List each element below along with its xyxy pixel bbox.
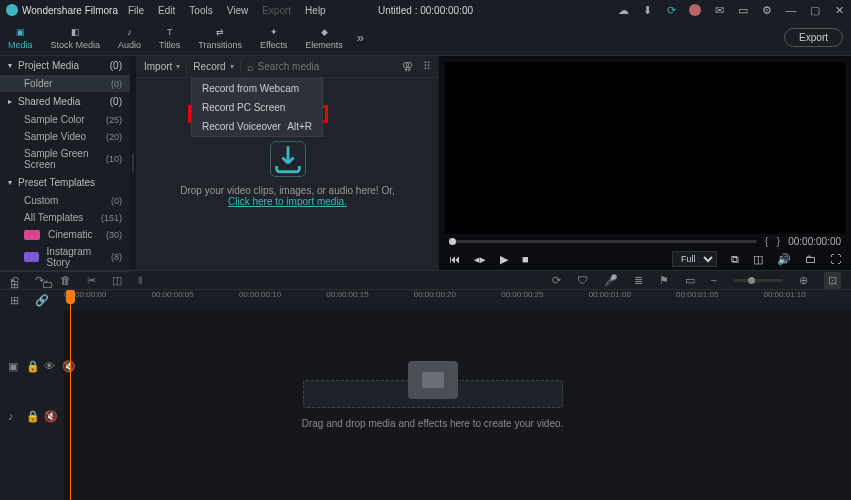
menu-edit[interactable]: Edit: [158, 5, 175, 16]
menu-file[interactable]: File: [128, 5, 144, 16]
media-icon: ▣: [12, 25, 28, 39]
filter-icon[interactable]: ⚢: [402, 60, 413, 73]
sidebar-item-cinematic[interactable]: Cinematic(30): [0, 226, 130, 243]
keyframe-icon[interactable]: ▭: [685, 274, 695, 287]
delete-icon[interactable]: 🗑: [60, 274, 71, 286]
sidebar-item-all-templates[interactable]: All Templates(151): [0, 209, 130, 226]
search-input[interactable]: [258, 61, 396, 72]
sidebar-project-media[interactable]: ▾Project Media(0): [0, 56, 130, 75]
zoom-in-icon[interactable]: ⊕: [799, 274, 808, 287]
ratio-icon[interactable]: ◫: [753, 253, 763, 266]
split-icon[interactable]: ✂: [87, 274, 96, 287]
redo-icon[interactable]: ↷: [35, 274, 44, 287]
tab-titles[interactable]: TTitles: [159, 25, 180, 50]
tab-effects[interactable]: ✦Effects: [260, 25, 287, 50]
link-icon[interactable]: 🔗: [35, 294, 49, 307]
menu-help[interactable]: Help: [305, 5, 326, 16]
audio-icon: ♪: [122, 25, 138, 39]
sidebar-shared-media[interactable]: ▸Shared Media(0): [0, 92, 130, 111]
tab-elements[interactable]: ◆Elements: [305, 25, 343, 50]
audio-track-icon[interactable]: ♪: [8, 410, 18, 420]
timeline-hint: Drag and drop media and effects here to …: [184, 418, 681, 429]
sidebar-project-count: (0): [110, 60, 122, 71]
sidebar-instagram-label: Instagram Story: [47, 246, 111, 268]
menu-view[interactable]: View: [227, 5, 249, 16]
stop-icon[interactable]: ■: [522, 253, 529, 265]
sidebar-item-instagram[interactable]: Instagram Story(8): [0, 243, 130, 271]
import-icon[interactable]: [270, 141, 306, 177]
zoom-fit-icon[interactable]: ⊡: [824, 272, 841, 289]
sidebar-item-sample-color[interactable]: Sample Color(25): [0, 111, 130, 128]
maximize-icon[interactable]: ▢: [809, 4, 821, 16]
marker-tool-icon[interactable]: ⚑: [659, 274, 669, 287]
import-dropdown[interactable]: Import▾: [144, 61, 180, 72]
scrub-track[interactable]: [449, 240, 757, 243]
lock-icon[interactable]: 🔒: [26, 410, 36, 420]
sidebar-item-custom[interactable]: Custom(0): [0, 192, 130, 209]
sidebar-preset-templates[interactable]: ▾Preset Templates: [0, 173, 130, 192]
mute-icon[interactable]: 🔇: [44, 410, 54, 420]
export-button[interactable]: Export: [784, 28, 843, 47]
marker-icon[interactable]: 🗀: [805, 253, 816, 265]
close-icon[interactable]: ✕: [833, 4, 845, 16]
sidebar-item-sample-video[interactable]: Sample Video(20): [0, 128, 130, 145]
mic-icon[interactable]: 🎤: [604, 274, 618, 287]
more-tabs-icon[interactable]: »: [357, 30, 364, 45]
step-back-icon[interactable]: ◂▸: [474, 253, 486, 266]
eye-icon[interactable]: 👁: [44, 360, 54, 370]
tab-audio[interactable]: ♪Audio: [118, 25, 141, 50]
drop-link[interactable]: Click here to import media.: [228, 196, 347, 207]
account-icon[interactable]: [689, 4, 701, 16]
minimize-icon[interactable]: —: [785, 4, 797, 16]
fullscreen-icon[interactable]: ⛶: [830, 253, 841, 265]
record-dropdown[interactable]: Record▾: [193, 61, 233, 72]
mark-in-icon[interactable]: {: [765, 235, 769, 247]
record-screen-label: Record PC Screen: [202, 102, 285, 113]
tab-stock-media[interactable]: ◧Stock Media: [51, 25, 101, 50]
sidebar-item-folder[interactable]: Folder(0): [0, 75, 130, 92]
message-icon[interactable]: ✉: [713, 4, 725, 16]
sidebar-samplegreen-label: Sample Green Screen: [24, 148, 106, 170]
zoom-out-icon[interactable]: −: [711, 274, 717, 286]
timeline-ruler-wrap: ⊞ 🔗 00:00:00:00 00:00:00:05 00:00:00:10 …: [0, 290, 851, 310]
notification-icon[interactable]: ▭: [737, 4, 749, 16]
volume-icon[interactable]: 🔊: [777, 253, 791, 266]
record-menu-voiceover[interactable]: Record VoiceoverAlt+R: [192, 117, 322, 136]
mark-out-icon[interactable]: }: [776, 235, 780, 247]
zoom-slider[interactable]: [733, 279, 783, 282]
tab-media[interactable]: ▣Media: [8, 25, 33, 50]
playhead[interactable]: [70, 290, 71, 500]
snapshot-icon[interactable]: ⧉: [731, 253, 739, 266]
chevron-down-icon: ▾: [230, 62, 234, 71]
menu-tools[interactable]: Tools: [189, 5, 212, 16]
timeline-drop-zone[interactable]: Drag and drop media and effects here to …: [184, 380, 681, 429]
effects-icon: ✦: [266, 25, 282, 39]
sidebar-item-sample-green[interactable]: Sample Green Screen(10): [0, 145, 130, 173]
track-manage-icon[interactable]: ⊞: [10, 294, 19, 307]
sidebar-cinematic-label: Cinematic: [48, 229, 92, 240]
cloud-icon[interactable]: ☁: [617, 4, 629, 16]
stock-icon: ◧: [67, 25, 83, 39]
settings-icon[interactable]: ⚙: [761, 4, 773, 16]
mixer-icon[interactable]: ≣: [634, 274, 643, 287]
timeline-tracks[interactable]: Drag and drop media and effects here to …: [64, 310, 851, 500]
tab-transitions[interactable]: ⇄Transitions: [198, 25, 242, 50]
grid-view-icon[interactable]: ⠿: [423, 60, 431, 73]
record-vo-icon[interactable]: 🛡: [577, 274, 588, 286]
play-icon[interactable]: ▶: [500, 253, 508, 266]
edit-tools-icon[interactable]: ⦀: [138, 274, 143, 287]
sync-icon[interactable]: ⟳: [665, 4, 677, 16]
crop-icon[interactable]: ◫: [112, 274, 122, 287]
preview-canvas[interactable]: [445, 62, 845, 234]
undo-icon[interactable]: ↶: [10, 274, 19, 287]
record-menu-screen[interactable]: Record PC Screen: [192, 98, 322, 117]
quality-select[interactable]: Full: [672, 251, 717, 267]
lock-icon[interactable]: 🔒: [26, 360, 36, 370]
prev-frame-icon[interactable]: ⏮: [449, 253, 460, 265]
download-icon[interactable]: ⬇: [641, 4, 653, 16]
search-box[interactable]: ⌕: [247, 61, 396, 73]
timeline-ruler[interactable]: 00:00:00:00 00:00:00:05 00:00:00:10 00:0…: [0, 290, 851, 310]
record-menu-webcam[interactable]: Record from Webcam: [192, 79, 322, 98]
video-track-icon[interactable]: ▣: [8, 360, 18, 370]
render-icon[interactable]: ⟳: [552, 274, 561, 287]
